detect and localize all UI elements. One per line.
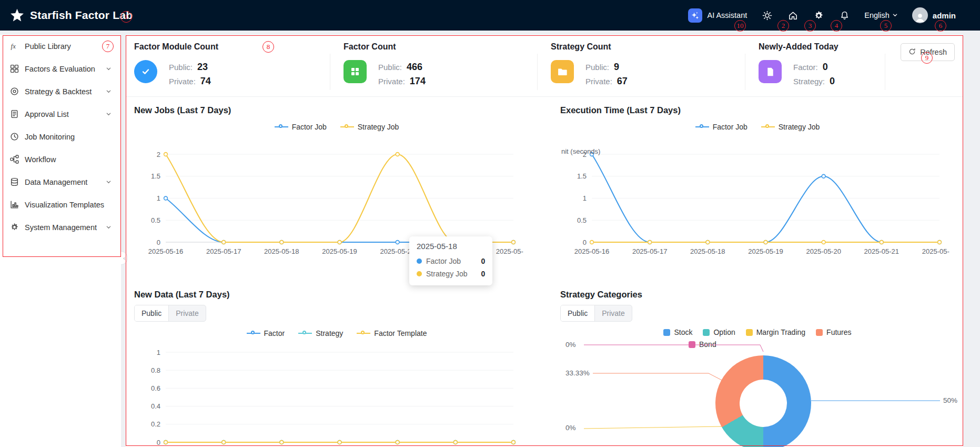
settings-gear-icon[interactable] — [813, 9, 824, 21]
stat-row: Factor:0 — [793, 60, 835, 74]
svg-text:0.5: 0.5 — [151, 216, 160, 224]
svg-text:2: 2 — [157, 151, 160, 158]
svg-text:2025-05-19: 2025-05-19 — [748, 247, 783, 255]
legend-item-strategy-job[interactable]: Strategy Job — [761, 123, 820, 131]
swatch-icon — [746, 329, 753, 336]
refresh-button[interactable]: Refresh — [901, 43, 955, 61]
sidebar-item-workflow[interactable]: Workflow — [0, 148, 121, 171]
app-title: Starfish Factor Lab — [30, 9, 133, 22]
language-selector[interactable]: English — [864, 11, 898, 20]
ai-sparkle-icon — [688, 8, 702, 23]
private-tab[interactable]: Private — [169, 305, 206, 321]
folder-icon — [551, 60, 574, 83]
legend-item-stock[interactable]: Stock — [663, 328, 692, 336]
chevron-down-icon — [106, 66, 112, 72]
stat-card-factor-count: Factor CountPublic:466Private:174 — [330, 35, 537, 96]
svg-text:2025-05-18: 2025-05-18 — [690, 247, 725, 255]
swatch-icon — [703, 329, 710, 336]
sidebar-item-data-management[interactable]: Data Management — [0, 171, 121, 193]
stat-card-factor-module-count: Factor Module CountPublic:23Private:74 — [134, 35, 330, 96]
sidebar-item-strategy-backtest[interactable]: Strategy & Backtest — [0, 80, 121, 103]
avatar — [912, 7, 928, 23]
svg-text:2025-05-19: 2025-05-19 — [322, 247, 357, 255]
strategy-categories-legend: StockOptionMargin TradingFuturesBond — [560, 328, 955, 349]
legend-item-strategy[interactable]: Strategy — [298, 329, 343, 337]
y-axis-unit-label: nit (seconds) — [561, 147, 600, 155]
stat-row: Public:9 — [585, 60, 628, 74]
tooltip-date: 2025-05-18 — [417, 242, 485, 251]
execution-time-chart[interactable]: 00.511.522025-05-162025-05-172025-05-182… — [560, 147, 949, 260]
swatch-icon — [663, 329, 670, 336]
svg-text:0: 0 — [157, 239, 160, 246]
theme-sun-icon[interactable] — [761, 9, 773, 21]
chevron-down-icon — [106, 111, 112, 117]
sidebar-item-factors-evaluation[interactable]: Factors & Evaluation — [0, 57, 121, 80]
legend-item-margin-trading[interactable]: Margin Trading — [746, 328, 805, 336]
new-jobs-title: New Jobs (Last 7 Days) — [134, 105, 539, 115]
refresh-icon — [908, 48, 916, 57]
bell-icon[interactable] — [838, 9, 850, 21]
bar-chart-icon — [9, 200, 19, 210]
legend-item-bond[interactable]: Bond — [689, 340, 716, 349]
donut-hole — [740, 380, 787, 427]
app-logo-icon — [9, 7, 25, 23]
new-data-scope-toggle: Public Private — [134, 305, 206, 322]
svg-text:2025-05-20: 2025-05-20 — [806, 247, 841, 255]
home-icon[interactable] — [787, 9, 799, 21]
legend-item-futures[interactable]: Futures — [816, 328, 851, 336]
stat-row: Private:174 — [378, 74, 426, 88]
user-menu[interactable]: admin — [912, 7, 956, 23]
new-data-legend: FactorStrategyFactor Template — [134, 329, 539, 337]
svg-text:2025-05-22: 2025-05-22 — [496, 247, 523, 255]
legend-item-strategy-job[interactable]: Strategy Job — [340, 123, 399, 131]
public-tab[interactable]: Public — [561, 305, 595, 321]
svg-text:2025-05-16: 2025-05-16 — [148, 247, 184, 255]
strategy-categories-section: Strategy Categories Public Private Stock… — [560, 281, 955, 447]
chevron-down-icon — [106, 224, 112, 230]
strategy-scope-toggle: Public Private — [560, 305, 632, 322]
sidebar: fxPublic LibraryFactors & EvaluationStra… — [0, 35, 121, 447]
stat-card-strategy-count: Strategy CountPublic:9Private:67 — [537, 35, 745, 96]
svg-text:2025-05-17: 2025-05-17 — [206, 247, 241, 255]
sidebar-item-public-library[interactable]: fxPublic Library — [0, 35, 121, 57]
sidebar-item-system-management[interactable]: System Management — [0, 216, 121, 239]
stat-row: Strategy:0 — [793, 74, 835, 88]
strategy-donut-chart[interactable] — [715, 355, 811, 447]
sidebar-menu: fxPublic LibraryFactors & EvaluationStra… — [0, 35, 121, 239]
legend-item-option[interactable]: Option — [703, 328, 735, 336]
stat-row: Public:466 — [378, 60, 426, 74]
compass-icon — [9, 87, 19, 96]
svg-text:0: 0 — [157, 439, 160, 446]
pie-label-margin-trading: 0% — [565, 424, 576, 432]
clock-icon — [9, 132, 19, 142]
private-tab[interactable]: Private — [595, 305, 632, 321]
new-data-section: New Data (Last 7 Days) Public Private Fa… — [134, 281, 539, 447]
legend-item-factor-job[interactable]: Factor Job — [695, 123, 747, 131]
legend-item-factor-job[interactable]: Factor Job — [275, 123, 327, 131]
database-icon — [9, 177, 19, 187]
svg-text:0.5: 0.5 — [577, 216, 587, 224]
svg-text:0.8: 0.8 — [151, 366, 160, 374]
sidebar-item-visualization-templates[interactable]: Visualization Templates — [0, 193, 121, 216]
svg-text:0: 0 — [583, 239, 587, 246]
line-marker-icon — [357, 331, 370, 336]
swatch-icon — [689, 341, 695, 348]
legend-item-factor-template[interactable]: Factor Template — [357, 329, 427, 337]
sidebar-item-job-monitoring[interactable]: Job Monitoring — [0, 125, 121, 148]
svg-text:2025-05-17: 2025-05-17 — [632, 247, 668, 255]
sidebar-item-approval-list[interactable]: Approval List — [0, 103, 121, 125]
module-check-icon — [134, 60, 157, 83]
tooltip-row: Strategy Job 0 — [417, 267, 485, 280]
factor-job-dot — [417, 259, 422, 264]
function-icon: fx — [9, 42, 19, 51]
legend-item-factor[interactable]: Factor — [247, 329, 285, 337]
line-marker-icon — [298, 331, 312, 336]
ai-assistant-button[interactable]: AI Assistant — [688, 8, 747, 23]
svg-text:1.5: 1.5 — [151, 172, 160, 180]
new-data-chart[interactable]: 00.20.40.60.81 — [134, 344, 523, 447]
chevron-down-icon — [106, 88, 112, 94]
public-tab[interactable]: Public — [135, 305, 169, 321]
svg-text:1: 1 — [157, 349, 160, 356]
svg-text:2025-05-21: 2025-05-21 — [864, 247, 900, 255]
svg-text:0.6: 0.6 — [151, 384, 160, 392]
